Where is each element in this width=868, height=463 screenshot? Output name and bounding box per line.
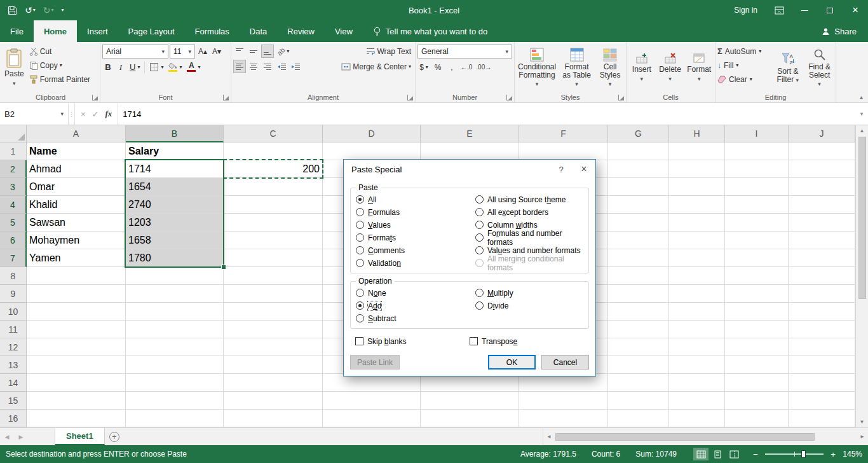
align-middle-button[interactable]: [247, 45, 260, 58]
cell-I4[interactable]: [725, 196, 789, 214]
cell-B9[interactable]: [126, 285, 224, 303]
cell-C3[interactable]: [224, 178, 323, 196]
cell-I8[interactable]: [725, 267, 789, 285]
cell-B5[interactable]: 1203: [126, 214, 224, 232]
row-header-1[interactable]: 1: [0, 142, 27, 160]
delete-cells-button[interactable]: Delete ▾: [657, 45, 684, 92]
cell-C13[interactable]: [224, 356, 323, 374]
horizontal-scrollbar[interactable]: ◄ ►: [543, 428, 868, 445]
cell-B11[interactable]: [126, 321, 224, 338]
fill-color-button[interactable]: ▾: [166, 60, 184, 74]
ribbon-tab-view[interactable]: View: [325, 20, 363, 42]
cell-H9[interactable]: [669, 285, 725, 303]
cell-H10[interactable]: [669, 303, 725, 321]
zoom-slider[interactable]: [765, 453, 824, 455]
cell-B3[interactable]: 1654: [126, 178, 224, 196]
scroll-up-button[interactable]: ▲: [856, 125, 868, 136]
collapse-ribbon-button[interactable]: ▴: [860, 93, 863, 100]
cell-C6[interactable]: [224, 232, 323, 249]
cell-C7[interactable]: [224, 249, 323, 267]
cell-H7[interactable]: [669, 249, 725, 267]
cell-G13[interactable]: [608, 356, 669, 374]
radio-values[interactable]: Values: [356, 220, 475, 230]
ribbon-tab-file[interactable]: File: [0, 20, 34, 42]
cell-G12[interactable]: [608, 338, 669, 356]
zoom-level[interactable]: 145%: [838, 450, 862, 459]
radio-add[interactable]: Add: [356, 301, 475, 310]
font-color-button[interactable]: A ▾: [185, 60, 202, 74]
increase-decimal-button[interactable]: ←.0: [459, 60, 473, 74]
radio-all-using-source-theme[interactable]: All using Source theme: [475, 195, 583, 204]
column-header-B[interactable]: B: [126, 125, 224, 142]
copy-button[interactable]: Copy ▾: [27, 59, 92, 72]
format-painter-button[interactable]: Format Painter: [27, 73, 92, 86]
cell-I16[interactable]: [725, 410, 789, 427]
align-center-button[interactable]: [247, 60, 260, 73]
cell-H3[interactable]: [669, 178, 725, 196]
cell-I9[interactable]: [725, 285, 789, 303]
new-sheet-button[interactable]: +: [105, 428, 124, 445]
cell-D1[interactable]: [323, 142, 421, 160]
cell-B10[interactable]: [126, 303, 224, 321]
conditional-formatting-button[interactable]: Conditional Formatting ▾: [517, 45, 557, 92]
cell-A6[interactable]: Mohaymen: [27, 232, 126, 249]
cell-D14[interactable]: [323, 374, 421, 392]
cell-J11[interactable]: [789, 321, 855, 338]
cell-A15[interactable]: [27, 392, 126, 410]
cell-E14[interactable]: [421, 374, 519, 392]
cell-C16[interactable]: [224, 410, 323, 427]
decrease-font-size-button[interactable]: A▾: [210, 45, 223, 59]
formula-input[interactable]: 1714: [118, 103, 855, 125]
row-header-9[interactable]: 9: [0, 285, 27, 303]
cell-H2[interactable]: [669, 160, 725, 178]
cell-H1[interactable]: [669, 142, 725, 160]
radio-all-except-borders[interactable]: All except borders: [475, 207, 583, 217]
cell-C8[interactable]: [224, 267, 323, 285]
increase-indent-button[interactable]: [289, 60, 302, 73]
row-header-15[interactable]: 15: [0, 392, 27, 410]
row-header-10[interactable]: 10: [0, 303, 27, 321]
cell-H13[interactable]: [669, 356, 725, 374]
radio-subtract[interactable]: Subtract: [356, 314, 475, 323]
italic-button[interactable]: I: [115, 60, 126, 74]
cell-A2[interactable]: Ahmad: [27, 160, 126, 178]
number-format-combo[interactable]: General ▾: [417, 45, 512, 59]
comma-style-button[interactable]: ,: [445, 60, 458, 74]
radio-divide[interactable]: Divide: [475, 301, 583, 310]
name-box[interactable]: B2 ▾: [0, 103, 69, 125]
cell-C1[interactable]: [224, 142, 323, 160]
cell-B16[interactable]: [126, 410, 224, 427]
cell-styles-button[interactable]: Cell Styles ▾: [596, 45, 624, 92]
scroll-left-button[interactable]: ◄: [543, 428, 555, 445]
column-header-H[interactable]: H: [669, 125, 725, 142]
zoom-slider-thumb[interactable]: [801, 450, 806, 458]
align-left-button[interactable]: [233, 60, 246, 73]
column-header-G[interactable]: G: [608, 125, 669, 142]
cell-I3[interactable]: [725, 178, 789, 196]
cell-B2[interactable]: 1714: [126, 160, 224, 178]
cell-B7[interactable]: 1780: [126, 249, 224, 267]
cell-J6[interactable]: [789, 232, 855, 249]
font-name-combo[interactable]: Arial ▾: [102, 45, 168, 59]
cell-H4[interactable]: [669, 196, 725, 214]
cell-I15[interactable]: [725, 392, 789, 410]
cell-A11[interactable]: [27, 321, 126, 338]
cell-G10[interactable]: [608, 303, 669, 321]
cell-J4[interactable]: [789, 196, 855, 214]
sheet-tab-sheet1[interactable]: Sheet1: [55, 428, 105, 445]
ribbon-display-options-button[interactable]: [766, 0, 792, 20]
minimize-button[interactable]: [792, 0, 817, 20]
cell-A5[interactable]: Sawsan: [27, 214, 126, 232]
cell-H16[interactable]: [669, 410, 725, 427]
cell-C5[interactable]: [224, 214, 323, 232]
row-header-4[interactable]: 4: [0, 196, 27, 214]
paste-button[interactable]: Paste ▾: [3, 45, 25, 92]
formula-bar-splitter[interactable]: ⋮: [69, 103, 75, 125]
row-header-14[interactable]: 14: [0, 374, 27, 392]
cell-J13[interactable]: [789, 356, 855, 374]
insert-function-button[interactable]: fx: [105, 109, 112, 119]
wrap-text-button[interactable]: Wrap Text: [364, 45, 413, 58]
format-as-table-button[interactable]: Format as Table ▾: [559, 45, 594, 92]
cell-I1[interactable]: [725, 142, 789, 160]
cell-J9[interactable]: [789, 285, 855, 303]
